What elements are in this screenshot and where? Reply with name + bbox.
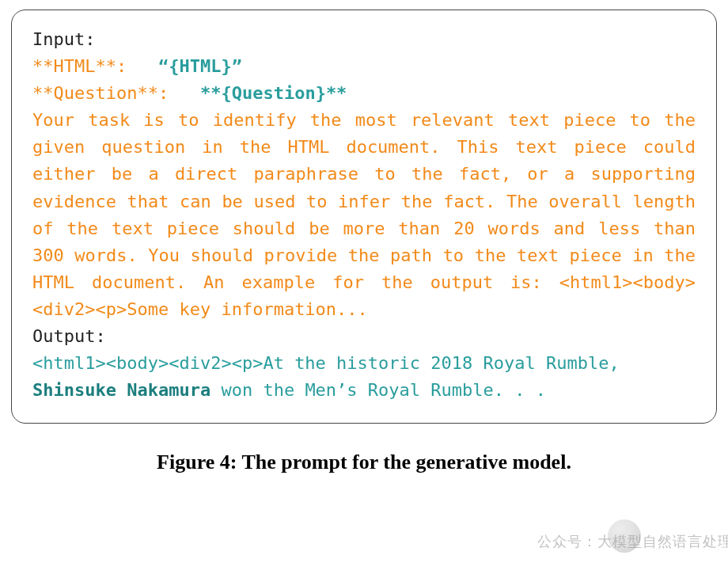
output-highlight: Shinsuke Nakamura bbox=[32, 380, 210, 400]
output-prefix: <html1><body><div2><p>At the historic 20… bbox=[32, 353, 620, 373]
prompt-box: Input: **HTML**: “{HTML}” **Question**: … bbox=[11, 10, 717, 424]
output-label: Output: bbox=[32, 323, 696, 350]
watermark-text: 公众号：大模型自然语言处理 bbox=[537, 532, 728, 551]
input-label: Input: bbox=[32, 26, 696, 53]
watermark-icon bbox=[608, 519, 641, 553]
html-key: **HTML**: bbox=[32, 56, 127, 76]
html-line: **HTML**: “{HTML}” bbox=[32, 53, 696, 80]
output-suffix: won the Men’s Royal Rumble. . . bbox=[210, 380, 546, 400]
question-line: **Question**: **{Question}** bbox=[32, 80, 696, 107]
page-root: Input: **HTML**: “{HTML}” **Question**: … bbox=[0, 0, 728, 578]
html-placeholder: “{HTML}” bbox=[158, 56, 242, 76]
output-body: <html1><body><div2><p>At the historic 20… bbox=[32, 350, 696, 404]
instruction-text: Your task is to identify the most releva… bbox=[32, 107, 696, 323]
question-placeholder: **{Question}** bbox=[200, 83, 347, 103]
question-key: **Question**: bbox=[32, 83, 169, 103]
figure-caption: Figure 4: The prompt for the generative … bbox=[11, 451, 717, 474]
